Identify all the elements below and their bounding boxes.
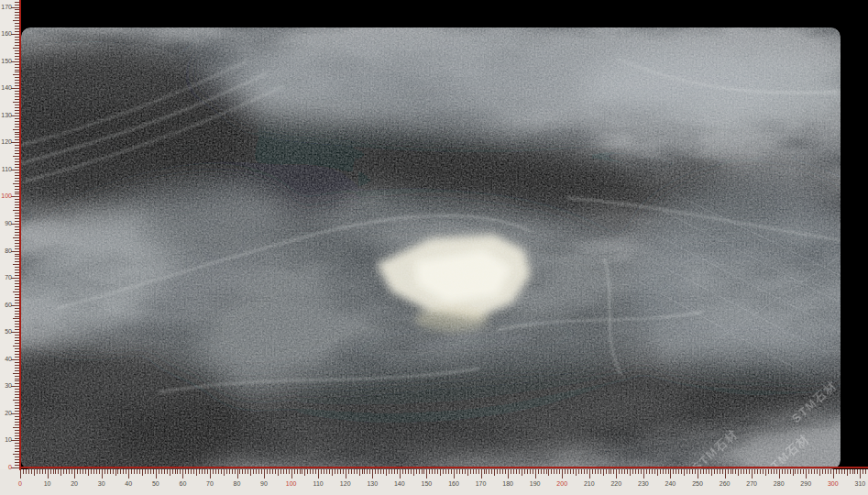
ruler-tick (188, 469, 189, 474)
ruler-label: 40 (0, 356, 12, 363)
ruler-tick (145, 469, 146, 474)
ruler-tick (13, 20, 19, 21)
ruler-tick (429, 469, 430, 474)
ruler-tick (587, 469, 588, 474)
ruler-tick (11, 7, 19, 8)
ruler-tick (445, 469, 446, 474)
ruler-label: 140 (0, 84, 12, 92)
ruler-tick (857, 469, 858, 474)
ruler-tick (668, 469, 669, 474)
ruler-tick (402, 469, 403, 474)
ruler-tick (48, 469, 49, 478)
ruler-tick (606, 469, 607, 474)
ruler-tick (131, 469, 132, 474)
ruler-label: 110 (308, 480, 328, 488)
ruler-tick (554, 469, 555, 474)
ruler-tick (280, 469, 281, 474)
ruler-tick (847, 469, 848, 476)
ruler-tick (484, 469, 485, 474)
ruler-tick (224, 469, 225, 476)
ruler-tick (58, 469, 59, 474)
ruler-tick (654, 469, 655, 474)
ruler-tick (462, 469, 463, 474)
ruler-tick (13, 48, 19, 49)
ruler-tick (592, 469, 593, 474)
ruler-tick (720, 469, 720, 474)
ruler-tick (486, 469, 487, 474)
ruler-tick (37, 469, 38, 474)
ruler-tick (489, 469, 489, 474)
ruler-tick (400, 469, 401, 478)
ruler-tick (170, 469, 170, 476)
ruler-tick (120, 469, 121, 474)
ruler-label: 110 (0, 166, 12, 173)
ruler-tick (159, 469, 159, 474)
ruler-tick (806, 469, 807, 478)
ruler-tick (624, 469, 625, 474)
ruler-tick (500, 469, 500, 474)
ruler-tick (13, 156, 19, 157)
ruler-tick (286, 469, 287, 474)
ruler-label: 90 (254, 480, 274, 488)
ruler-tick (535, 469, 536, 478)
ruler-tick (99, 469, 100, 474)
ruler-tick (372, 469, 373, 478)
ruler-tick (793, 469, 794, 476)
ruler-tick (283, 469, 284, 474)
ruler-tick (167, 469, 168, 474)
ruler-tick (80, 469, 81, 474)
ruler-tick (746, 469, 747, 474)
ruler-tick (13, 454, 19, 455)
ruler-tick (315, 469, 316, 474)
ruler-tick (261, 469, 262, 474)
ruler-tick (247, 469, 248, 474)
ruler-tick (519, 469, 520, 474)
ruler-tick (13, 427, 19, 428)
ruler-tick (185, 469, 186, 474)
ruler-tick (687, 469, 687, 474)
ruler-tick (405, 469, 406, 474)
zero-edge-line-vertical (19, 0, 21, 470)
ruler-tick (660, 469, 661, 474)
ruler-tick (117, 469, 118, 474)
ruler-tick (383, 469, 384, 474)
ruler-tick (250, 469, 251, 476)
ruler-tick (741, 469, 742, 474)
ruler-tick (258, 469, 259, 474)
ruler-tick (844, 469, 845, 474)
ruler-tick (613, 469, 614, 474)
ruler-tick (289, 469, 290, 474)
ruler-label: 130 (362, 480, 382, 488)
ruler-tick (595, 469, 596, 474)
ruler-tick (522, 469, 522, 476)
ruler-tick (11, 142, 19, 143)
ruler-tick (297, 469, 298, 474)
ruler-tick (115, 469, 116, 476)
ruler-tick (830, 469, 831, 474)
ruler-label: 0 (10, 480, 30, 488)
ruler-tick (709, 469, 709, 474)
ruler-tick (50, 469, 51, 474)
ruler-tick (790, 469, 791, 474)
ruler-tick (364, 469, 365, 474)
ruler-tick (321, 469, 322, 474)
ruler-tick (235, 469, 236, 474)
ruler-tick (394, 469, 395, 474)
ruler-tick (110, 469, 111, 474)
ruler-tick (391, 469, 392, 474)
ruler-tick (126, 469, 126, 474)
ruler-tick (785, 469, 786, 474)
ruler-tick (771, 469, 772, 474)
ruler-label: 30 (92, 480, 112, 488)
ruler-tick (34, 469, 35, 476)
ruler-tick (193, 469, 194, 474)
ruler-label: 160 (0, 30, 12, 38)
ruler-tick (172, 469, 173, 474)
ruler-tick (113, 469, 114, 474)
ruler-tick (239, 469, 240, 474)
zero-edge-line-horizontal (19, 467, 868, 468)
ruler-tick (754, 469, 755, 474)
ruler-tick (502, 469, 503, 474)
ruler-tick (516, 469, 517, 474)
ruler-tick (497, 469, 498, 474)
